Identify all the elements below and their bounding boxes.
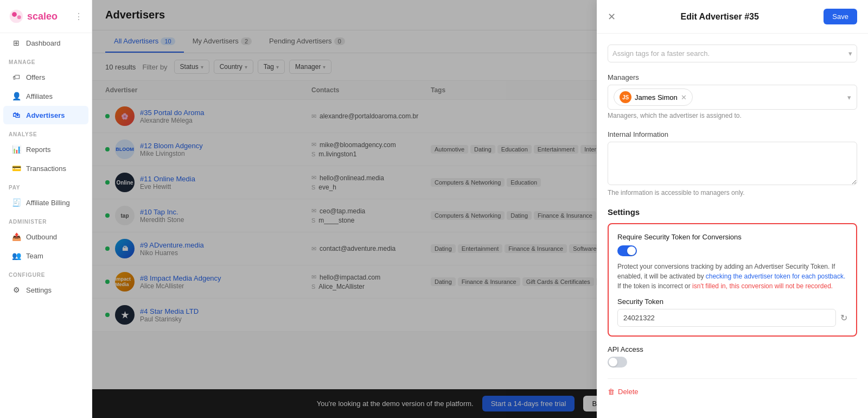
panel-title: Edit Advertiser #35 [681, 12, 759, 22]
security-toggle-label: Require Security Token for Conversions [617, 233, 742, 241]
managers-label: Managers [608, 73, 857, 81]
tags-section: Assign tags for a faster search. ▾ [608, 45, 857, 62]
delete-button[interactable]: 🗑 Delete [608, 388, 639, 396]
svg-point-1 [12, 12, 17, 17]
sidebar-item-settings[interactable]: ⚙Settings [3, 281, 88, 299]
svg-point-2 [17, 15, 21, 19]
tags-chevron: ▾ [848, 49, 852, 58]
sidebar-label-affiliates: Affiliates [26, 92, 53, 100]
api-access-row: API Access [608, 345, 857, 353]
sidebar-label-reports: Reports [26, 145, 51, 154]
security-token-box: Require Security Token for Conversions P… [608, 223, 857, 337]
save-button[interactable]: Save [824, 9, 857, 24]
sidebar-item-offers[interactable]: 🏷Offers [3, 68, 88, 86]
transactions-icon: 💳 [12, 164, 21, 173]
sidebar-section-configure: CONFIGURE [0, 265, 92, 280]
sidebar-section-pay: PAY [0, 178, 92, 193]
sidebar-label-team: Team [26, 252, 43, 260]
advertisers-icon: 🛍 [12, 111, 21, 119]
settings-icon: ⚙ [12, 286, 21, 294]
managers-chevron: ▾ [847, 93, 851, 102]
managers-help: Managers, which the advertiser is assign… [608, 112, 857, 119]
sidebar-logo: scaleo ⋮ [0, 0, 92, 33]
sidebar-item-affiliates[interactable]: 👤Affiliates [3, 87, 88, 105]
delete-label: Delete [618, 388, 639, 396]
sidebar-item-transactions[interactable]: 💳Transactions [3, 159, 88, 178]
sidebar-section-manage: MANAGE [0, 53, 92, 67]
api-toggle-thumb [609, 358, 617, 366]
security-token-label: Security Token [617, 297, 847, 306]
api-access-label: API Access [608, 345, 643, 353]
sidebar-item-reports[interactable]: 📊Reports [3, 140, 88, 159]
settings-title: Settings [608, 207, 857, 217]
panel-header: ✕ Edit Advertiser #35 Save [597, 0, 868, 34]
sidebar-label-advertisers: Advertisers [26, 111, 65, 119]
sidebar-section-administer: ADMINISTER [0, 212, 92, 227]
sidebar-item-affiliate-billing[interactable]: 🧾Affiliate Billing [3, 193, 88, 212]
managers-section: Managers JS James Simon ✕ ▾ Managers, wh… [608, 73, 857, 119]
sidebar-item-team[interactable]: 👥Team [3, 246, 88, 265]
sidebar-item-dashboard[interactable]: ⊞Dashboard [3, 34, 88, 52]
offers-icon: 🏷 [12, 73, 21, 81]
api-access-section: API Access [608, 345, 857, 368]
outbound-icon: 📤 [12, 232, 21, 241]
manager-name: James Simon [635, 93, 678, 102]
affiliate-billing-icon: 🧾 [12, 198, 21, 207]
sidebar-label-affiliate-billing: Affiliate Billing [26, 199, 70, 207]
sidebar-label-transactions: Transactions [26, 164, 66, 173]
sidebar-label-offers: Offers [26, 73, 45, 81]
sidebar-label-settings: Settings [26, 286, 52, 294]
team-icon: 👥 [12, 251, 21, 260]
trash-icon: 🗑 [608, 388, 615, 396]
api-access-toggle[interactable] [608, 357, 627, 368]
logo: scaleo [9, 9, 58, 24]
sidebar-label-outbound: Outbound [26, 233, 57, 241]
dashboard-icon: ⊞ [12, 39, 21, 47]
sidebar-label-dashboard: Dashboard [26, 39, 61, 47]
manager-avatar: JS [620, 91, 631, 103]
panel-body: Assign tags for a faster search. ▾ Manag… [597, 34, 868, 418]
security-token-input[interactable] [617, 309, 836, 327]
managers-select[interactable]: JS James Simon ✕ ▾ [608, 85, 857, 110]
internal-info-textarea[interactable] [608, 142, 857, 185]
logo-label: scaleo [27, 11, 58, 22]
edit-panel: ✕ Edit Advertiser #35 Save Assign tags f… [597, 0, 868, 418]
sidebar-section-analyse: ANALYSE [0, 125, 92, 140]
token-refresh-icon[interactable]: ↻ [840, 313, 847, 323]
sidebar: scaleo ⋮ ⊞DashboardMANAGE🏷Offers👤Affilia… [0, 0, 92, 418]
settings-section: Settings Require Security Token for Conv… [608, 207, 857, 368]
sidebar-collapse-icon[interactable]: ⋮ [74, 11, 83, 22]
security-toggle-row: Require Security Token for Conversions [617, 233, 847, 241]
security-toggle[interactable] [617, 245, 637, 256]
toggle-thumb [627, 246, 636, 255]
manager-remove-icon[interactable]: ✕ [681, 93, 687, 102]
delete-section: 🗑 Delete [608, 378, 857, 396]
svg-point-0 [10, 10, 23, 23]
manager-tag: JS James Simon ✕ [614, 88, 693, 106]
reports-icon: 📊 [12, 145, 21, 154]
tags-placeholder: Assign tags for a faster search. [612, 49, 710, 58]
panel-close-button[interactable]: ✕ [608, 11, 616, 23]
internal-info-label: Internal Information [608, 130, 857, 138]
sidebar-item-outbound[interactable]: 📤Outbound [3, 227, 88, 246]
internal-info-section: Internal Information The information is … [608, 130, 857, 197]
token-description: Protect your conversions tracking by add… [617, 262, 847, 291]
affiliates-icon: 👤 [12, 92, 21, 100]
internal-info-help: The information is accessible to manager… [608, 189, 857, 197]
token-input-row: ↻ [617, 309, 847, 327]
sidebar-item-advertisers[interactable]: 🛍Advertisers [3, 106, 88, 124]
